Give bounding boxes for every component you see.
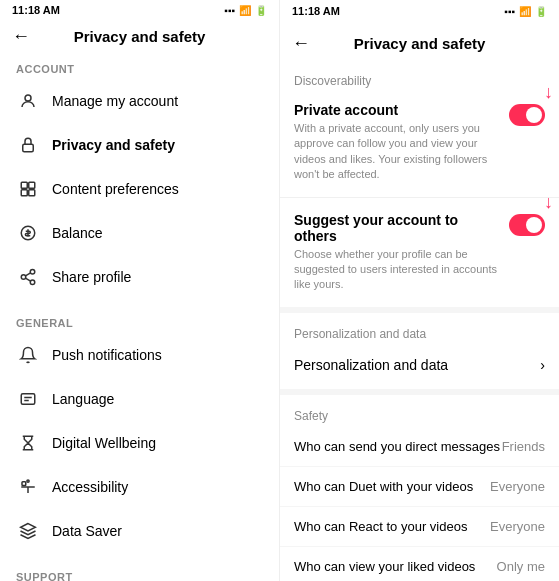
accessibility-label: Accessibility <box>52 479 128 495</box>
svg-point-8 <box>21 275 26 280</box>
status-icons-right: ▪▪▪ 📶 🔋 <box>504 6 547 17</box>
divider-right-1 <box>280 197 559 198</box>
svg-rect-1 <box>23 144 34 152</box>
svg-point-0 <box>25 95 31 101</box>
sidebar-item-data-saver[interactable]: Data Saver <box>0 509 279 553</box>
svg-rect-4 <box>21 190 27 196</box>
suggest-account-row: Suggest your account to others Choose wh… <box>280 202 559 303</box>
wifi-icon-right: 📶 <box>519 6 531 17</box>
sidebar-item-share-profile[interactable]: Share profile <box>0 255 279 299</box>
right-page-title: Privacy and safety <box>320 35 519 52</box>
digital-wellbeing-label: Digital Wellbeing <box>52 435 156 451</box>
chevron-right-icon: › <box>540 357 545 373</box>
divider-right-3 <box>280 389 559 395</box>
balance-label: Balance <box>52 225 103 241</box>
accessibility-icon <box>16 475 40 499</box>
svg-rect-12 <box>21 394 35 405</box>
safety-label-1: Who can Duet with your videos <box>294 479 473 494</box>
push-notifications-label: Push notifications <box>52 347 162 363</box>
private-account-row: Private account With a private account, … <box>280 92 559 193</box>
safety-value-3: Only me <box>497 559 545 574</box>
svg-rect-5 <box>29 190 35 196</box>
back-button-left[interactable]: ← <box>12 26 30 47</box>
right-panel: 11:18 AM ▪▪▪ 📶 🔋 ← Privacy and safety Di… <box>280 0 559 581</box>
right-content: Discoverability Private account With a p… <box>280 64 559 581</box>
discoverability-label: Discoverability <box>280 64 559 92</box>
private-account-desc: With a private account, only users you a… <box>294 121 501 183</box>
coin-icon <box>16 221 40 245</box>
private-account-toggle[interactable]: ↓ <box>509 104 545 126</box>
back-button-right[interactable]: ← <box>292 33 310 54</box>
battery-icon-right: 🔋 <box>535 6 547 17</box>
svg-point-9 <box>30 280 35 285</box>
sidebar-item-accessibility[interactable]: Accessibility <box>0 465 279 509</box>
signal-icon-right: ▪▪▪ <box>504 6 515 17</box>
account-section-label: ACCOUNT <box>0 53 279 79</box>
safety-label-3: Who can view your liked videos <box>294 559 475 574</box>
language-label: Language <box>52 391 114 407</box>
safety-item-3[interactable]: Who can view your liked videos Only me <box>280 547 559 581</box>
status-icons-left: ▪▪▪ 📶 🔋 <box>224 5 267 16</box>
personalization-row[interactable]: Personalization and data › <box>280 345 559 385</box>
safety-section-label: Safety <box>280 399 559 427</box>
svg-point-18 <box>27 480 29 482</box>
private-account-content: Private account With a private account, … <box>294 102 501 183</box>
svg-rect-3 <box>29 182 35 188</box>
general-section-label: GENERAL <box>0 307 279 333</box>
right-nav-header: ← Privacy and safety <box>280 22 559 64</box>
time-right: 11:18 AM <box>292 5 340 17</box>
content-icon <box>16 177 40 201</box>
safety-value-0: Friends <box>502 439 545 454</box>
bell-icon <box>16 343 40 367</box>
status-bar-left: 11:18 AM ▪▪▪ 📶 🔋 <box>0 0 279 20</box>
share-icon <box>16 265 40 289</box>
share-profile-label: Share profile <box>52 269 131 285</box>
manage-account-label: Manage my account <box>52 93 178 109</box>
safety-item-0[interactable]: Who can send you direct messages Friends <box>280 427 559 467</box>
safety-item-1[interactable]: Who can Duet with your videos Everyone <box>280 467 559 507</box>
time-left: 11:18 AM <box>12 4 60 16</box>
svg-line-10 <box>25 278 30 281</box>
svg-rect-2 <box>21 182 27 188</box>
divider-right-2 <box>280 307 559 313</box>
lock-icon <box>16 133 40 157</box>
sidebar-item-privacy-safety[interactable]: Privacy and safety ← <box>0 123 279 167</box>
left-page-title: Privacy and safety <box>40 28 239 45</box>
sidebar-item-digital-wellbeing[interactable]: Digital Wellbeing <box>0 421 279 465</box>
personalization-item-label: Personalization and data <box>294 357 448 373</box>
svg-rect-15 <box>22 482 26 486</box>
sidebar-item-balance[interactable]: Balance <box>0 211 279 255</box>
svg-line-11 <box>25 273 30 276</box>
support-section-label: SUPPORT <box>0 561 279 581</box>
suggest-account-content: Suggest your account to others Choose wh… <box>294 212 501 293</box>
safety-item-2[interactable]: Who can React to your videos Everyone <box>280 507 559 547</box>
signal-icon: ▪▪▪ <box>224 5 235 16</box>
person-icon <box>16 89 40 113</box>
privacy-safety-label: Privacy and safety <box>52 137 175 153</box>
hourglass-icon <box>16 431 40 455</box>
wifi-icon: 📶 <box>239 5 251 16</box>
suggest-account-desc: Choose whether your profile can be sugge… <box>294 247 501 293</box>
safety-label-0: Who can send you direct messages <box>294 439 500 454</box>
sidebar-item-language[interactable]: Language <box>0 377 279 421</box>
red-arrow-1: ↓ <box>544 82 553 103</box>
svg-point-7 <box>30 270 35 275</box>
content-preferences-label: Content preferences <box>52 181 179 197</box>
safety-value-1: Everyone <box>490 479 545 494</box>
safety-label-2: Who can React to your videos <box>294 519 467 534</box>
language-icon <box>16 387 40 411</box>
battery-icon: 🔋 <box>255 5 267 16</box>
private-account-title: Private account <box>294 102 501 118</box>
red-arrow-2: ↓ <box>544 192 553 213</box>
sidebar-item-manage-account[interactable]: Manage my account <box>0 79 279 123</box>
left-panel: 11:18 AM ▪▪▪ 📶 🔋 ← Privacy and safety AC… <box>0 0 280 581</box>
sidebar-item-push-notifications[interactable]: Push notifications <box>0 333 279 377</box>
sidebar-item-content-preferences[interactable]: Content preferences <box>0 167 279 211</box>
data-saver-label: Data Saver <box>52 523 122 539</box>
safety-value-2: Everyone <box>490 519 545 534</box>
status-bar-right: 11:18 AM ▪▪▪ 📶 🔋 <box>280 0 559 22</box>
left-nav-header: ← Privacy and safety <box>0 20 279 53</box>
suggest-account-toggle[interactable]: ↓ <box>509 214 545 236</box>
data-icon <box>16 519 40 543</box>
personalization-section-label: Personalization and data <box>280 317 559 345</box>
